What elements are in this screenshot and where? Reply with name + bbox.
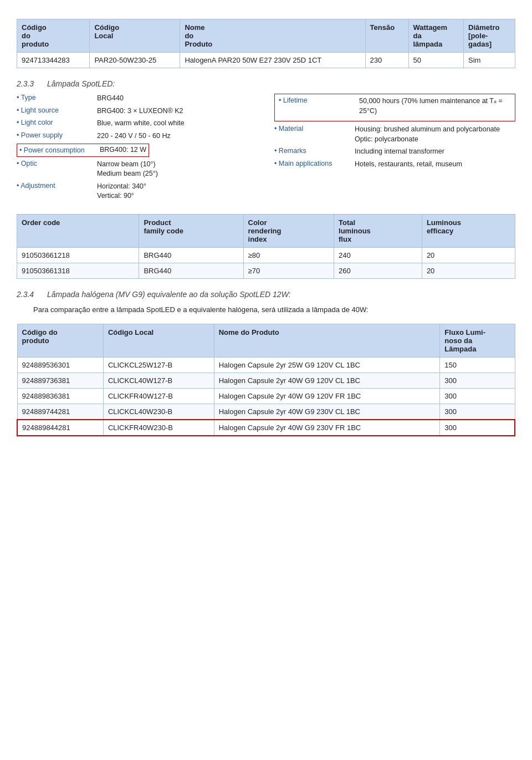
spec-value: BRG400: 3 × LUXEON® K2	[97, 106, 183, 116]
table1-header-4: Tensão	[365, 19, 408, 53]
table1-header-2: CódigoLocal	[90, 19, 180, 53]
table-cell: Halogen Capsule 2yr 40W G9 230V FR 1BC	[214, 420, 440, 436]
table-cell: ≥80	[243, 247, 334, 263]
spec-row: MaterialHousing: brushed aluminum and po…	[274, 125, 515, 144]
spec-value: Blue, warm white, cool white	[97, 119, 185, 129]
table2-header-2: Productfamily code	[139, 214, 243, 247]
table-cell: 924889744281	[17, 404, 103, 420]
specs-right-col: Lifetime50,000 hours (70% lumen maintena…	[274, 94, 515, 204]
table-cell: 20	[422, 263, 515, 278]
spec-label: Type	[17, 94, 97, 101]
section-234-heading: 2.3.4 Lâmpada halógena (MV G9) equivalen…	[17, 290, 515, 299]
table-cell: BRG440	[139, 263, 243, 278]
table-cell: 150	[440, 358, 515, 373]
table-cell: Halogen Capsule 2yr 40W G9 230V CL 1BC	[214, 404, 440, 420]
table2-header-4: Totalluminousflux	[334, 214, 422, 247]
lifetime-box: Lifetime50,000 hours (70% lumen maintena…	[274, 94, 515, 121]
section-233-heading: 2.3.3 Lâmpada SpotLED:	[17, 79, 515, 88]
table1-wrapper: Códigodoproduto CódigoLocal NomedoProdut…	[17, 19, 515, 68]
table-cell: 924713344283	[17, 53, 90, 68]
table1-header-3: NomedoProduto	[180, 19, 365, 53]
table-cell: 300	[440, 404, 515, 420]
table-row: 924889836381CLICKFR40W127-BHalogen Capsu…	[17, 389, 515, 404]
spec-label: Optic	[17, 160, 97, 167]
table-row: 924889536301CLICKCL25W127-BHalogen Capsu…	[17, 358, 515, 373]
spec-row-highlighted: Power consumptionBRG400: 12 W	[17, 144, 149, 157]
table-cell: Halogen Capsule 2yr 40W G9 120V CL 1BC	[214, 373, 440, 389]
spec-value: 220 - 240 V / 50 - 60 Hz	[97, 131, 171, 141]
spec-value: Horizontal: 340°Vertical: 90°	[97, 182, 146, 201]
spec-label: Remarks	[274, 147, 355, 155]
spec-value: BRG440	[97, 94, 124, 104]
table3-header-3: Nome do Produto	[214, 324, 440, 358]
table-row: 910503661318BRG440≥7026020	[17, 263, 515, 278]
table3-header-2: Código Local	[103, 324, 214, 358]
spec-value: Hotels, restaurants, retail, museum	[355, 160, 462, 170]
table3-header-4: Fluxo Lumi-noso daLâmpada	[440, 324, 515, 358]
table2-wrapper: Order code Productfamily code Colorrende…	[17, 214, 515, 279]
table-cell: HalogenA PAR20 50W E27 230V 25D 1CT	[180, 53, 365, 68]
table-row: 924889744281CLICKCL40W230-BHalogen Capsu…	[17, 404, 515, 420]
table-cell: 910503661218	[17, 247, 139, 263]
spec-label: Power supply	[17, 131, 97, 139]
table-cell: 924889844281	[17, 420, 103, 436]
table-cell: 924889836381	[17, 389, 103, 404]
table-cell: BRG440	[139, 247, 243, 263]
table-cell: 50	[408, 53, 464, 68]
table-cell: CLICKCL40W127-B	[103, 373, 214, 389]
table-cell: 260	[334, 263, 422, 278]
table-cell: CLICKCL40W230-B	[103, 404, 214, 420]
spec-value: Housing: brushed aluminum and polycarbon…	[355, 125, 500, 144]
spec-row: OpticNarrow beam (10°)Medium beam (25°)	[17, 160, 258, 179]
spec-label: Lifetime	[279, 96, 359, 104]
spec-row: Lifetime50,000 hours (70% lumen maintena…	[279, 96, 511, 116]
spec-row: RemarksIncluding internal transformer	[274, 147, 515, 157]
table-cell: 20	[422, 247, 515, 263]
spec-label: Power consumption	[19, 146, 100, 154]
table-row: 924889736381CLICKCL40W127-BHalogen Capsu…	[17, 373, 515, 389]
specs-left-col: TypeBRG440Light sourceBRG400: 3 × LUXEON…	[17, 94, 258, 204]
spec-value: 50,000 hours (70% lumen maintenance at T…	[359, 96, 511, 116]
para-234: Para comparação entre a lâmpada SpotLED …	[33, 304, 515, 315]
table-row: 924889844281CLICKFR40W230-BHalogen Capsu…	[17, 420, 515, 436]
spec-label: Main applications	[274, 160, 355, 167]
spec-row: Main applicationsHotels, restaurants, re…	[274, 160, 515, 170]
table-cell: 300	[440, 373, 515, 389]
spec-label: Light color	[17, 119, 97, 126]
table-cell: 230	[365, 53, 408, 68]
table1-header-1: Códigodoproduto	[17, 19, 90, 53]
table-cell: CLICKCL25W127-B	[103, 358, 214, 373]
table2-header-3: Colorrenderingindex	[243, 214, 334, 247]
table3-wrapper: Código doproduto Código Local Nome do Pr…	[17, 324, 515, 436]
spec-label: Light source	[17, 106, 97, 114]
spec-label: Adjustment	[17, 182, 97, 190]
table-cell: Halogen Capsule 2yr 40W G9 120V FR 1BC	[214, 389, 440, 404]
table-cell: 910503661318	[17, 263, 139, 278]
table-row: 924713344283PAR20-50W230-25HalogenA PAR2…	[17, 53, 515, 68]
table-cell: Halogen Capsule 2yr 25W G9 120V CL 1BC	[214, 358, 440, 373]
spec-row: Power supply220 - 240 V / 50 - 60 Hz	[17, 131, 258, 141]
table-cell: 924889736381	[17, 373, 103, 389]
table-cell: 924889536301	[17, 358, 103, 373]
table2: Order code Productfamily code Colorrende…	[17, 214, 515, 279]
table1-header-6: Diâmetro[pole-gadas]	[464, 19, 515, 53]
spec-value: BRG400: 12 W	[100, 145, 146, 155]
table2-header-5: Luminousefficacy	[422, 214, 515, 247]
specs-container: TypeBRG440Light sourceBRG400: 3 × LUXEON…	[17, 94, 515, 204]
spec-row: TypeBRG440	[17, 94, 258, 104]
spec-value: Including internal transformer	[355, 147, 444, 157]
table-cell: CLICKFR40W230-B	[103, 420, 214, 436]
table-cell: Sim	[464, 53, 515, 68]
spec-label: Material	[274, 125, 355, 132]
table-cell: PAR20-50W230-25	[90, 53, 180, 68]
table-cell: 300	[440, 389, 515, 404]
table-cell: CLICKFR40W127-B	[103, 389, 214, 404]
spec-value: Narrow beam (10°)Medium beam (25°)	[97, 160, 158, 179]
table1: Códigodoproduto CódigoLocal NomedoProdut…	[17, 19, 515, 68]
table2-header-1: Order code	[17, 214, 139, 247]
table3: Código doproduto Código Local Nome do Pr…	[17, 324, 515, 436]
spec-row: Light colorBlue, warm white, cool white	[17, 119, 258, 129]
table1-header-5: Wattagemdalâmpada	[408, 19, 464, 53]
table-cell: 240	[334, 247, 422, 263]
table-cell: 300	[440, 420, 515, 436]
